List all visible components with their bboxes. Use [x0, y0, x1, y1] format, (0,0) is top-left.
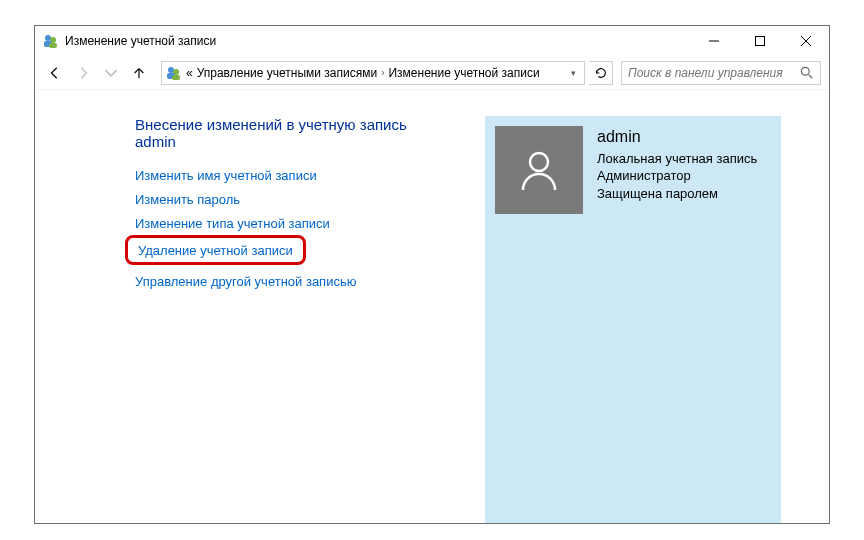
- back-button[interactable]: [43, 61, 67, 85]
- chevron-right-icon: ›: [381, 67, 384, 78]
- search-box[interactable]: [621, 61, 821, 85]
- highlight-annotation: Удаление учетной записи: [125, 235, 306, 265]
- rename-account-link[interactable]: Изменить имя учетной записи: [135, 168, 317, 183]
- address-bar[interactable]: « Управление учетными записями › Изменен…: [161, 61, 585, 85]
- change-password-link[interactable]: Изменить пароль: [135, 192, 240, 207]
- maximize-button[interactable]: [737, 26, 783, 56]
- manage-other-account-link[interactable]: Управление другой учетной записью: [135, 274, 356, 289]
- svg-rect-5: [756, 37, 765, 46]
- up-button[interactable]: [127, 61, 151, 85]
- search-icon: [800, 66, 814, 80]
- change-type-link[interactable]: Изменение типа учетной записи: [135, 216, 330, 231]
- svg-rect-3: [49, 43, 57, 48]
- left-column: Внесение изменений в учетную запись admi…: [135, 116, 435, 523]
- forward-button[interactable]: [71, 61, 95, 85]
- titlebar: Изменение учетной записи: [35, 26, 829, 56]
- search-input[interactable]: [628, 66, 800, 80]
- page-heading: Внесение изменений в учетную запись admi…: [135, 116, 435, 150]
- avatar: [495, 126, 583, 214]
- svg-point-14: [530, 153, 548, 171]
- chevron-down-icon[interactable]: ▾: [567, 68, 580, 78]
- account-info: admin Локальная учетная запись Администр…: [597, 126, 757, 202]
- account-type-label: Локальная учетная запись: [597, 150, 757, 168]
- window-title: Изменение учетной записи: [65, 34, 691, 48]
- action-link-list: Изменить имя учетной записи Изменить пар…: [135, 166, 435, 290]
- account-card: admin Локальная учетная запись Администр…: [485, 116, 781, 523]
- svg-line-13: [809, 74, 813, 78]
- breadcrumb-chevrons: «: [186, 66, 193, 80]
- account-role-label: Администратор: [597, 167, 757, 185]
- breadcrumb-item[interactable]: Изменение учетной записи: [388, 66, 539, 80]
- window-controls: [691, 26, 829, 56]
- recent-dropdown[interactable]: [99, 61, 123, 85]
- svg-point-12: [801, 67, 809, 75]
- svg-rect-11: [172, 75, 180, 80]
- navbar: « Управление учетными записями › Изменен…: [35, 56, 829, 90]
- minimize-button[interactable]: [691, 26, 737, 56]
- account-name: admin: [597, 126, 757, 148]
- users-icon: [166, 65, 182, 81]
- content-area: Внесение изменений в учетную запись admi…: [35, 90, 829, 523]
- users-icon: [43, 33, 59, 49]
- breadcrumb-item[interactable]: Управление учетными записями: [197, 66, 377, 80]
- close-button[interactable]: [783, 26, 829, 56]
- window: Изменение учетной записи « Управление уч…: [34, 25, 830, 524]
- account-password-label: Защищена паролем: [597, 185, 757, 203]
- delete-account-link[interactable]: Удаление учетной записи: [138, 243, 293, 258]
- refresh-button[interactable]: [589, 61, 613, 85]
